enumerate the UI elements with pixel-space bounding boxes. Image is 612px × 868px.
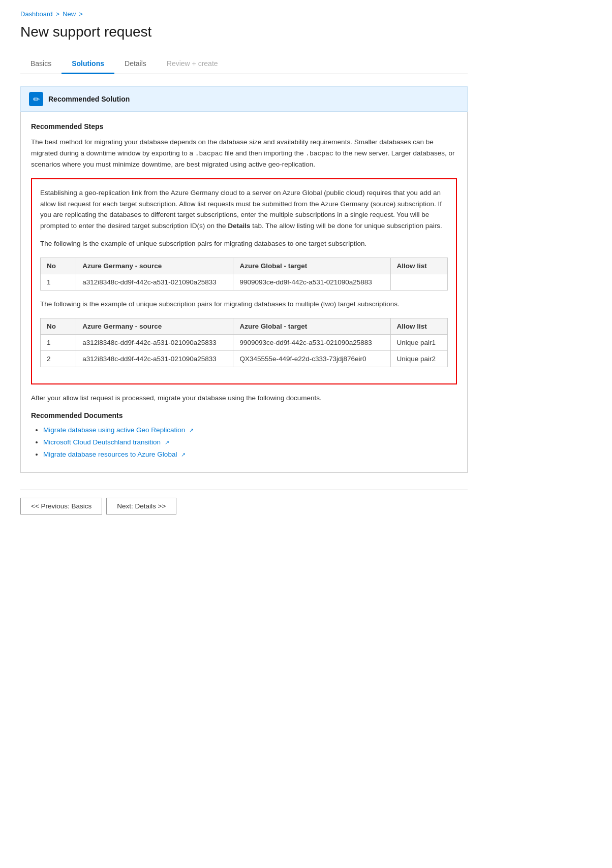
doc-list: Migrate database using active Geo Replic…: [31, 426, 457, 458]
table2-header-target: Azure Global - target: [233, 318, 390, 334]
tab-details[interactable]: Details: [114, 54, 157, 74]
table1-row1-no: 1: [41, 274, 76, 290]
tab-review-create[interactable]: Review + create: [157, 54, 228, 74]
breadcrumb-sep2: >: [79, 10, 83, 18]
table2-intro: The following is the example of unique s…: [40, 299, 448, 310]
doc-link-2[interactable]: Microsoft Cloud Deutschland transition: [43, 438, 161, 446]
recommended-docs-heading: Recommended Documents: [31, 411, 457, 420]
table2-row2-allow: Unique pair2: [390, 350, 447, 367]
geo-replication-info: Establishing a geo-replication link from…: [40, 187, 448, 231]
page-title: New support request: [20, 24, 468, 40]
table2-row1-source: a312i8348c-dd9f-442c-a531-021090a25833: [76, 334, 233, 350]
list-item: Microsoft Cloud Deutschland transition ↗: [43, 438, 457, 446]
table1-row1-allow: [390, 274, 447, 290]
external-link-icon-1: ↗: [189, 427, 194, 434]
table2-header-source: Azure Germany - source: [76, 318, 233, 334]
prev-button[interactable]: << Previous: Basics: [20, 498, 102, 515]
footer-actions: << Previous: Basics Next: Details >>: [20, 489, 468, 515]
subscription-table-1: No Azure Germany - source Azure Global -…: [40, 258, 448, 291]
after-allow-list-text: After your allow list request is process…: [31, 393, 457, 404]
table-row: 1 a312i8348c-dd9f-442c-a531-021090a25833…: [41, 334, 448, 350]
table1-header-allow: Allow list: [390, 258, 447, 274]
solution-icon: ✏: [29, 92, 43, 106]
list-item: Migrate database using active Geo Replic…: [43, 426, 457, 434]
tabs-nav: Basics Solutions Details Review + create: [20, 54, 468, 74]
external-link-icon-3: ↗: [181, 452, 186, 458]
table1-header-no: No: [41, 258, 76, 274]
table2-row1-no: 1: [41, 334, 76, 350]
table2-row1-target: 9909093ce-dd9f-442c-a531-021090a25883: [233, 334, 390, 350]
list-item: Migrate database resources to Azure Glob…: [43, 450, 457, 458]
solution-header-title: Recommended Solution: [48, 95, 130, 103]
solution-header-bar: ✏ Recommended Solution: [20, 86, 468, 112]
external-link-icon-2: ↗: [165, 439, 169, 446]
red-bordered-section: Establishing a geo-replication link from…: [31, 178, 457, 384]
table2-row2-source: a312i8348c-dd9f-442c-a531-021090a25833: [76, 350, 233, 367]
table2-row1-allow: Unique pair1: [390, 334, 447, 350]
breadcrumb-dashboard[interactable]: Dashboard: [20, 10, 53, 18]
table1-row1-source: a312i8348c-dd9f-442c-a531-021090a25833: [76, 274, 233, 290]
doc-link-1[interactable]: Migrate database using active Geo Replic…: [43, 426, 185, 434]
table-row: 1 a312i8348c-dd9f-442c-a531-021090a25833…: [41, 274, 448, 290]
recommended-docs-section: Recommended Documents Migrate database u…: [31, 411, 457, 458]
steps-paragraph1: The best method for migrating your datab…: [31, 137, 457, 170]
subscription-table-2: No Azure Germany - source Azure Global -…: [40, 318, 448, 367]
table1-header-source: Azure Germany - source: [76, 258, 233, 274]
table-row: 2 a312i8348c-dd9f-442c-a531-021090a25833…: [41, 350, 448, 367]
table2-header-no: No: [41, 318, 76, 334]
table1-intro: The following is the example of unique s…: [40, 238, 448, 249]
doc-link-3[interactable]: Migrate database resources to Azure Glob…: [43, 451, 177, 458]
breadcrumb: Dashboard > New >: [20, 10, 468, 18]
tab-solutions[interactable]: Solutions: [62, 54, 114, 74]
tab-basics[interactable]: Basics: [20, 54, 62, 74]
table1-row1-target: 9909093ce-dd9f-442c-a531-021090a25883: [233, 274, 390, 290]
table2-header-allow: Allow list: [390, 318, 447, 334]
content-card: Recommended Steps The best method for mi…: [20, 112, 468, 473]
breadcrumb-new[interactable]: New: [63, 10, 76, 18]
table2-row2-target: QX345555e-449f-e22d-c333-73jdj876eir0: [233, 350, 390, 367]
breadcrumb-sep1: >: [56, 10, 60, 18]
table1-header-target: Azure Global - target: [233, 258, 390, 274]
table2-row2-no: 2: [41, 350, 76, 367]
next-button[interactable]: Next: Details >>: [106, 498, 176, 515]
recommended-steps-heading: Recommended Steps: [31, 122, 457, 131]
